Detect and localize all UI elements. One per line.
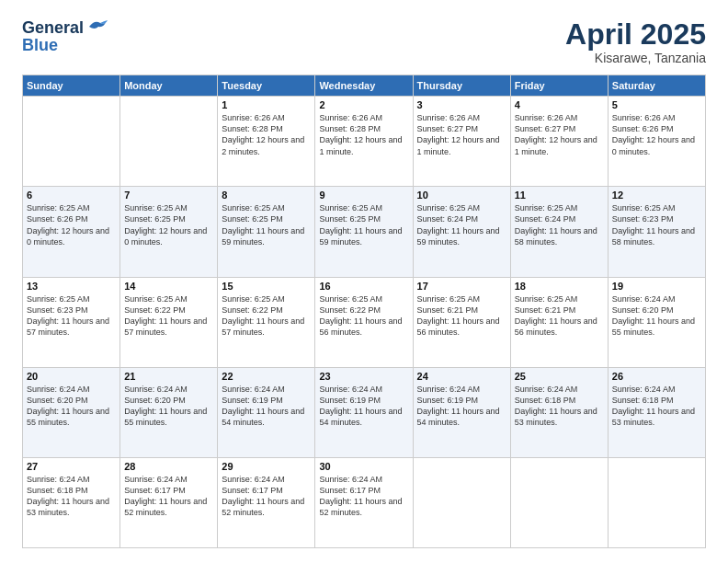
day-number: 15 bbox=[222, 281, 311, 292]
calendar-week-3: 13Sunrise: 6:25 AMSunset: 6:23 PMDayligh… bbox=[23, 277, 706, 367]
day-info: Sunrise: 6:25 AMSunset: 6:22 PMDaylight:… bbox=[319, 293, 408, 339]
day-number: 21 bbox=[124, 371, 213, 382]
day-info: Sunrise: 6:25 AMSunset: 6:25 PMDaylight:… bbox=[319, 202, 408, 247]
day-info: Sunrise: 6:25 AMSunset: 6:23 PMDaylight:… bbox=[612, 202, 701, 247]
calendar-table: SundayMondayTuesdayWednesdayThursdayFrid… bbox=[22, 75, 706, 548]
day-number: 14 bbox=[124, 281, 213, 292]
calendar-cell: 7Sunrise: 6:25 AMSunset: 6:25 PMDaylight… bbox=[120, 187, 218, 277]
logo-bird-icon bbox=[87, 19, 108, 34]
day-number: 12 bbox=[612, 190, 701, 201]
day-number: 28 bbox=[124, 461, 213, 472]
calendar-cell: 2Sunrise: 6:26 AMSunset: 6:28 PMDaylight… bbox=[315, 97, 413, 187]
calendar-cell: 6Sunrise: 6:25 AMSunset: 6:26 PMDaylight… bbox=[23, 187, 120, 277]
calendar-cell: 21Sunrise: 6:24 AMSunset: 6:20 PMDayligh… bbox=[120, 367, 218, 457]
calendar-cell bbox=[23, 97, 120, 187]
calendar-cell: 16Sunrise: 6:25 AMSunset: 6:22 PMDayligh… bbox=[315, 277, 413, 367]
calendar-cell: 15Sunrise: 6:25 AMSunset: 6:22 PMDayligh… bbox=[218, 277, 315, 367]
day-info: Sunrise: 6:24 AMSunset: 6:18 PMDaylight:… bbox=[27, 474, 116, 519]
day-number: 25 bbox=[515, 371, 604, 382]
day-header-saturday: Saturday bbox=[608, 75, 705, 97]
calendar-cell: 10Sunrise: 6:25 AMSunset: 6:24 PMDayligh… bbox=[413, 187, 510, 277]
page: General Blue April 2025 Kisarawe, Tanzan… bbox=[0, 0, 728, 563]
day-number: 10 bbox=[417, 190, 506, 201]
day-info: Sunrise: 6:25 AMSunset: 6:24 PMDaylight:… bbox=[515, 202, 604, 247]
calendar-cell: 23Sunrise: 6:24 AMSunset: 6:19 PMDayligh… bbox=[315, 367, 413, 457]
logo: General Blue bbox=[22, 18, 108, 55]
month-title: April 2025 bbox=[565, 18, 706, 51]
logo-blue: Blue bbox=[22, 36, 58, 55]
calendar-cell: 4Sunrise: 6:26 AMSunset: 6:27 PMDaylight… bbox=[510, 97, 608, 187]
day-info: Sunrise: 6:26 AMSunset: 6:28 PMDaylight:… bbox=[222, 112, 311, 157]
day-info: Sunrise: 6:24 AMSunset: 6:19 PMDaylight:… bbox=[319, 384, 408, 429]
calendar-cell: 28Sunrise: 6:24 AMSunset: 6:17 PMDayligh… bbox=[120, 457, 218, 547]
day-number: 23 bbox=[319, 371, 408, 382]
calendar-cell: 1Sunrise: 6:26 AMSunset: 6:28 PMDaylight… bbox=[218, 97, 315, 187]
day-number: 16 bbox=[319, 281, 408, 292]
calendar-cell bbox=[510, 457, 608, 547]
day-number: 8 bbox=[222, 190, 311, 201]
day-info: Sunrise: 6:24 AMSunset: 6:20 PMDaylight:… bbox=[27, 384, 116, 429]
calendar-cell: 5Sunrise: 6:26 AMSunset: 6:26 PMDaylight… bbox=[608, 97, 705, 187]
day-header-wednesday: Wednesday bbox=[315, 75, 413, 97]
day-number: 17 bbox=[417, 281, 506, 292]
logo-general: General bbox=[22, 18, 84, 38]
day-number: 22 bbox=[222, 371, 311, 382]
day-info: Sunrise: 6:25 AMSunset: 6:24 PMDaylight:… bbox=[417, 202, 506, 247]
calendar-week-4: 20Sunrise: 6:24 AMSunset: 6:20 PMDayligh… bbox=[23, 367, 706, 457]
day-header-thursday: Thursday bbox=[413, 75, 510, 97]
calendar-cell: 27Sunrise: 6:24 AMSunset: 6:18 PMDayligh… bbox=[23, 457, 120, 547]
title-section: April 2025 Kisarawe, Tanzania bbox=[565, 18, 706, 65]
day-info: Sunrise: 6:25 AMSunset: 6:22 PMDaylight:… bbox=[222, 293, 311, 339]
day-number: 11 bbox=[515, 190, 604, 201]
calendar-cell bbox=[413, 457, 510, 547]
calendar-cell: 30Sunrise: 6:24 AMSunset: 6:17 PMDayligh… bbox=[315, 457, 413, 547]
day-number: 1 bbox=[222, 99, 311, 110]
day-info: Sunrise: 6:24 AMSunset: 6:19 PMDaylight:… bbox=[222, 384, 311, 429]
calendar-cell: 11Sunrise: 6:25 AMSunset: 6:24 PMDayligh… bbox=[510, 187, 608, 277]
day-info: Sunrise: 6:24 AMSunset: 6:18 PMDaylight:… bbox=[612, 384, 701, 429]
day-number: 26 bbox=[612, 371, 701, 382]
header: General Blue April 2025 Kisarawe, Tanzan… bbox=[22, 18, 706, 65]
calendar-week-2: 6Sunrise: 6:25 AMSunset: 6:26 PMDaylight… bbox=[23, 187, 706, 277]
location-subtitle: Kisarawe, Tanzania bbox=[565, 51, 706, 65]
day-info: Sunrise: 6:25 AMSunset: 6:21 PMDaylight:… bbox=[515, 293, 604, 339]
day-info: Sunrise: 6:25 AMSunset: 6:23 PMDaylight:… bbox=[27, 293, 116, 339]
day-number: 30 bbox=[319, 461, 408, 472]
day-number: 27 bbox=[27, 461, 116, 472]
day-info: Sunrise: 6:24 AMSunset: 6:18 PMDaylight:… bbox=[515, 384, 604, 429]
day-number: 9 bbox=[319, 190, 408, 201]
calendar-cell: 13Sunrise: 6:25 AMSunset: 6:23 PMDayligh… bbox=[23, 277, 120, 367]
calendar-cell: 19Sunrise: 6:24 AMSunset: 6:20 PMDayligh… bbox=[608, 277, 705, 367]
day-info: Sunrise: 6:25 AMSunset: 6:26 PMDaylight:… bbox=[27, 202, 116, 247]
day-header-monday: Monday bbox=[120, 75, 218, 97]
calendar-cell: 20Sunrise: 6:24 AMSunset: 6:20 PMDayligh… bbox=[23, 367, 120, 457]
day-number: 18 bbox=[515, 281, 604, 292]
day-info: Sunrise: 6:25 AMSunset: 6:25 PMDaylight:… bbox=[222, 202, 311, 247]
day-info: Sunrise: 6:26 AMSunset: 6:27 PMDaylight:… bbox=[417, 112, 506, 157]
day-info: Sunrise: 6:24 AMSunset: 6:17 PMDaylight:… bbox=[319, 474, 408, 519]
calendar-cell: 24Sunrise: 6:24 AMSunset: 6:19 PMDayligh… bbox=[413, 367, 510, 457]
calendar-cell: 17Sunrise: 6:25 AMSunset: 6:21 PMDayligh… bbox=[413, 277, 510, 367]
day-info: Sunrise: 6:24 AMSunset: 6:19 PMDaylight:… bbox=[417, 384, 506, 429]
calendar-cell: 18Sunrise: 6:25 AMSunset: 6:21 PMDayligh… bbox=[510, 277, 608, 367]
calendar-cell bbox=[608, 457, 705, 547]
day-info: Sunrise: 6:24 AMSunset: 6:17 PMDaylight:… bbox=[124, 474, 213, 519]
day-header-friday: Friday bbox=[510, 75, 608, 97]
day-info: Sunrise: 6:26 AMSunset: 6:27 PMDaylight:… bbox=[515, 112, 604, 157]
day-header-tuesday: Tuesday bbox=[218, 75, 315, 97]
day-number: 24 bbox=[417, 371, 506, 382]
day-number: 13 bbox=[27, 281, 116, 292]
calendar-cell: 9Sunrise: 6:25 AMSunset: 6:25 PMDaylight… bbox=[315, 187, 413, 277]
calendar-cell: 14Sunrise: 6:25 AMSunset: 6:22 PMDayligh… bbox=[120, 277, 218, 367]
calendar-week-5: 27Sunrise: 6:24 AMSunset: 6:18 PMDayligh… bbox=[23, 457, 706, 547]
calendar-cell: 25Sunrise: 6:24 AMSunset: 6:18 PMDayligh… bbox=[510, 367, 608, 457]
calendar-cell: 26Sunrise: 6:24 AMSunset: 6:18 PMDayligh… bbox=[608, 367, 705, 457]
day-number: 5 bbox=[612, 99, 701, 110]
calendar-header-row: SundayMondayTuesdayWednesdayThursdayFrid… bbox=[23, 75, 706, 97]
day-info: Sunrise: 6:24 AMSunset: 6:20 PMDaylight:… bbox=[612, 293, 701, 339]
calendar-cell: 29Sunrise: 6:24 AMSunset: 6:17 PMDayligh… bbox=[218, 457, 315, 547]
day-info: Sunrise: 6:26 AMSunset: 6:26 PMDaylight:… bbox=[612, 112, 701, 157]
day-info: Sunrise: 6:26 AMSunset: 6:28 PMDaylight:… bbox=[319, 112, 408, 157]
day-info: Sunrise: 6:25 AMSunset: 6:22 PMDaylight:… bbox=[124, 293, 213, 339]
calendar-cell: 22Sunrise: 6:24 AMSunset: 6:19 PMDayligh… bbox=[218, 367, 315, 457]
